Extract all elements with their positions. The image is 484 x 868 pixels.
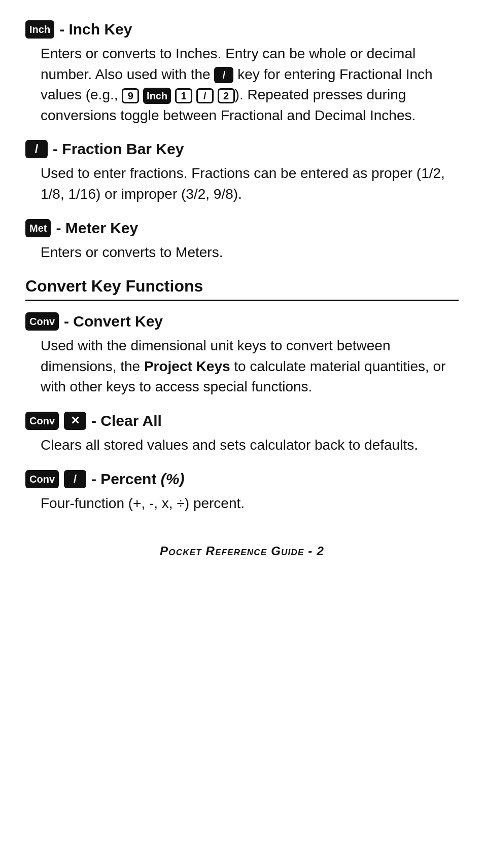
convert-key-body: Used with the dimensional unit keys to c…	[25, 336, 459, 397]
inch-key-title: Inch - Inch Key	[25, 20, 459, 39]
conv-badge-clear: Conv	[25, 412, 59, 430]
fraction-bar-section: / - Fraction Bar Key Used to enter fract…	[25, 140, 459, 204]
met-badge: Met	[25, 219, 51, 237]
convert-functions-label: Convert Key Functions	[25, 277, 203, 295]
clear-all-title: Conv ✕ - Clear All	[25, 412, 459, 430]
percent-body: Four-function (+, -, x, ÷) percent.	[25, 493, 459, 514]
inch-key-label: - Inch Key	[59, 21, 132, 38]
meter-desc: Enters or converts to Meters.	[41, 244, 223, 260]
convert-key-label: - Convert Key	[64, 313, 163, 330]
fraction-desc: Used to enter fractions. Fractions can b…	[41, 165, 445, 202]
slash-badge-percent: /	[64, 470, 86, 488]
inch-badge-inline: Inch	[143, 88, 171, 104]
convert-key-section: Conv - Convert Key Used with the dimensi…	[25, 312, 459, 397]
clear-all-label: - Clear All	[91, 412, 162, 429]
nine-badge-outline: 9	[122, 88, 139, 103]
percent-desc: Four-function (+, -, x, ÷) percent.	[41, 495, 245, 511]
inch-key-section: Inch - Inch Key Enters or converts to In…	[25, 20, 459, 126]
clear-all-desc: Clears all stored values and sets calcul…	[41, 437, 418, 453]
inch-key-body: Enters or converts to Inches. Entry can …	[25, 44, 459, 126]
inch-badge: Inch	[25, 20, 54, 39]
percent-title: Conv / - Percent (%)	[25, 470, 459, 488]
meter-key-title: Met - Meter Key	[25, 219, 459, 237]
clear-all-section: Conv ✕ - Clear All Clears all stored val…	[25, 412, 459, 456]
fraction-bar-title: / - Fraction Bar Key	[25, 140, 459, 158]
one-badge-outline: 1	[175, 88, 192, 103]
conv-badge-percent: Conv	[25, 470, 59, 488]
project-keys-bold: Project Keys	[144, 358, 230, 374]
meter-key-label: - Meter Key	[56, 220, 138, 237]
fraction-badge: /	[25, 140, 48, 158]
fraction-bar-body: Used to enter fractions. Fractions can b…	[25, 163, 459, 204]
slash-badge-outline: /	[196, 88, 214, 103]
fraction-bar-label: - Fraction Bar Key	[53, 140, 184, 158]
two-badge-outline: 2	[218, 88, 235, 103]
footer-text: Pocket Reference Guide - 2	[160, 544, 324, 558]
meter-key-body: Enters or converts to Meters.	[25, 242, 459, 263]
clear-all-body: Clears all stored values and sets calcul…	[25, 435, 459, 456]
page-content: Inch - Inch Key Enters or converts to In…	[25, 20, 459, 558]
slash-badge-inline: /	[214, 67, 233, 83]
percent-section: Conv / - Percent (%) Four-function (+, -…	[25, 470, 459, 514]
percent-label: - Percent (%)	[91, 471, 184, 488]
inch-desc-3	[171, 87, 175, 102]
conv-badge: Conv	[25, 312, 59, 331]
x-badge-clear: ✕	[64, 412, 86, 430]
meter-key-section: Met - Meter Key Enters or converts to Me…	[25, 219, 459, 263]
convert-key-functions-header: Convert Key Functions	[25, 277, 459, 301]
convert-key-title: Conv - Convert Key	[25, 312, 459, 331]
footer: Pocket Reference Guide - 2	[25, 544, 459, 558]
